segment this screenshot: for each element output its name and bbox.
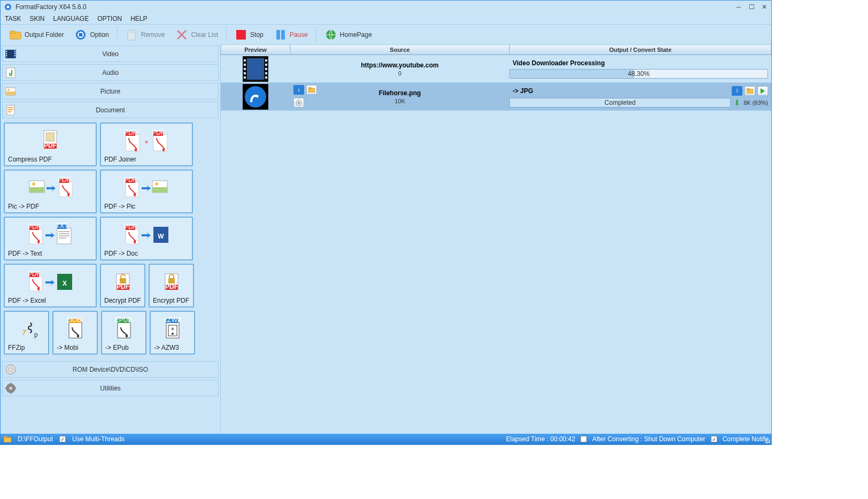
svg-rect-18 [14,51,15,52]
col-source[interactable]: Source [290,44,509,55]
category-document[interactable]: Document [2,102,219,118]
menu-option[interactable]: OPTION [97,15,122,22]
tool-to-mobi[interactable]: MOBI -> Mobi [52,311,98,355]
svg-text:TXT: TXT [56,222,68,229]
task-rows: https://www.youtube.com 0 Video Download… [221,55,771,434]
pause-button[interactable]: Pause [270,26,312,43]
stop-button[interactable]: Stop [230,26,268,43]
info-button[interactable]: i [732,86,742,96]
tool-to-azw3[interactable]: AZW3 -> AZW3 [150,311,195,355]
category-utilities[interactable]: Utilities [2,380,219,396]
tool-label: PDF -> Doc [104,250,189,257]
svg-rect-37 [153,135,167,151]
menu-language[interactable]: LANGUAGE [53,15,89,22]
folder-small-icon [4,436,11,442]
svg-text:PDF: PDF [58,176,71,183]
svg-rect-10 [281,30,285,40]
svg-rect-105 [265,64,267,66]
category-audio[interactable]: Audio [2,64,219,81]
pdf-doc-icon: PDFW [104,220,189,249]
svg-rect-46 [126,182,138,197]
close-button[interactable]: ✕ [761,3,768,11]
remove-button[interactable]: Remove [121,26,169,43]
clear-list-button[interactable]: Clear List [171,26,222,43]
resize-grip[interactable] [765,438,770,443]
task-row[interactable]: https://www.youtube.com 0 Video Download… [221,55,771,83]
app-icon [4,3,12,11]
minimize-button[interactable]: ─ [735,3,742,11]
tool-pdf-to-excel[interactable]: PDFX PDF -> Excel [4,264,97,308]
tool-compress-pdf[interactable]: PDF Compress PDF [4,122,97,166]
svg-text:PDF: PDF [28,223,41,231]
svg-rect-41 [29,187,44,193]
tool-pdf-joiner[interactable]: PDF+PDF PDF Joiner [100,122,193,166]
output-folder-label: Output Folder [25,31,64,39]
ffzip-icon: 7p [8,314,45,343]
category-picture[interactable]: Picture [2,83,219,99]
category-video[interactable]: Video [2,45,219,62]
tool-pdf-to-text[interactable]: PDFTXT PDF -> Text [4,217,97,260]
svg-rect-67 [29,276,42,291]
svg-text:PDF: PDF [152,129,165,136]
remove-label: Remove [141,31,165,39]
option-button[interactable]: Option [70,26,113,43]
tool-ffzip[interactable]: 7p FFZip [4,311,49,355]
info-button[interactable]: i [293,85,304,95]
toolbar: Output Folder Option Remove Clear List S… [1,24,771,44]
pdf-pic-icon: PDF [104,173,189,202]
svg-rect-98 [247,58,264,80]
svg-text:p: p [34,331,38,339]
film-icon [4,47,18,61]
svg-rect-60 [59,235,69,236]
toolbar-separator [117,27,118,42]
gear-icon [74,28,87,41]
col-output[interactable]: Output / Convert State [509,44,771,55]
svg-rect-101 [244,68,246,70]
tool-to-epub[interactable]: EPUB -> EPub [101,311,146,355]
svg-rect-85 [118,322,130,338]
svg-rect-23 [6,91,15,95]
tool-pic-to-pdf[interactable]: PDF Pic -> PDF [4,170,97,213]
open-folder-button[interactable] [306,85,317,95]
menu-skin[interactable]: SKIN [29,15,44,22]
menu-help[interactable]: HELP [130,15,147,22]
task-list: Preview Source Output / Convert State ht… [221,44,771,434]
tool-label: -> AZW3 [154,344,191,351]
pdf-excel-icon: PDFX [8,267,92,296]
multithread-checkbox[interactable]: ✓ [59,436,66,442]
play-button[interactable] [757,86,768,96]
output-text: Video Downloader Processing [513,59,768,67]
tool-label: FFZip [8,344,45,351]
category-document-label: Document [96,106,125,114]
svg-rect-100 [244,64,246,66]
output-text: -> JPG [513,87,732,95]
body: Video Audio Picture Document PDF Compres… [1,44,771,434]
shutdown-checkbox[interactable] [580,436,587,442]
output-folder-button[interactable]: Output Folder [5,26,68,43]
svg-text:AZW3: AZW3 [163,316,181,324]
svg-rect-8 [236,30,246,40]
notify-checkbox[interactable]: ✓ [711,436,717,442]
tool-pdf-to-doc[interactable]: PDFW PDF -> Doc [100,217,193,260]
output-path[interactable]: D:\FFOutput [18,435,53,443]
epub-icon: EPUB [105,314,142,343]
task-row[interactable]: i Filehorse.png 10K -> JPG [221,83,771,111]
tool-encrypt-pdf[interactable]: PDF Encrypt PDF [149,264,194,308]
col-preview[interactable]: Preview [221,44,290,55]
tool-label: PDF -> Excel [8,297,92,304]
tool-decrypt-pdf[interactable]: PDF Decrypt PDF [100,264,145,308]
svg-rect-79 [168,278,175,283]
homepage-button[interactable]: HomePage [320,26,376,43]
maximize-button[interactable]: ☐ [748,3,755,11]
clear-list-label: Clear List [191,31,218,39]
svg-text:PDF: PDF [124,223,137,231]
pause-label: Pause [290,31,308,39]
tool-label: Compress PDF [8,156,92,163]
menu-task[interactable]: TASK [5,15,21,22]
tool-pdf-to-pic[interactable]: PDF PDF -> Pic [100,170,193,213]
svg-point-94 [9,368,12,371]
open-folder-button[interactable] [745,86,755,96]
category-rom[interactable]: ROM Device\DVD\CD\ISO [2,361,219,378]
decrypt-pdf-icon: PDF [104,267,141,296]
settings-button[interactable] [293,98,304,108]
